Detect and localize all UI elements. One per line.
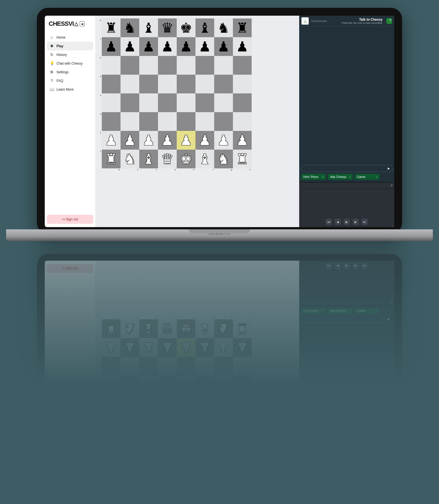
square-a2[interactable]: ♟ [102,131,121,150]
piece-wp[interactable]: ♟ [199,341,211,355]
square-e7[interactable]: ♟ [177,37,195,56]
square-e5[interactable] [177,394,195,413]
moves-next[interactable]: ▶ [353,219,359,225]
piece-bk[interactable]: ♚ [180,453,192,467]
square-h5[interactable] [233,75,252,93]
piece-wp[interactable]: ♟ [161,341,174,355]
square-c7[interactable]: ♟ [139,432,158,451]
nav-history[interactable]: ↻History [47,50,93,59]
square-g4[interactable] [214,376,233,394]
piece-bp[interactable]: ♟ [180,434,192,448]
square-g3[interactable] [214,357,233,376]
piece-bp[interactable]: ♟ [161,40,174,54]
nav-chat[interactable]: 💡Chat with Chessy [47,420,93,429]
square-d4[interactable] [158,93,177,112]
square-d5[interactable] [158,394,177,413]
square-g1[interactable]: ♞ [214,319,233,338]
piece-wr[interactable]: ♜ [105,322,117,336]
piece-wq[interactable]: ♛ [161,152,174,166]
square-a7[interactable]: ♟ [102,432,121,451]
piece-bb[interactable]: ♝ [199,453,211,467]
square-a2[interactable]: ♟ [102,338,121,357]
piece-bn[interactable]: ♞ [217,453,230,467]
square-e8[interactable]: ♚ [177,18,195,37]
square-b1[interactable]: ♞ [121,150,139,168]
square-c6[interactable] [139,413,158,432]
piece-wp[interactable]: ♟ [105,133,117,147]
piece-wp[interactable]: ♟ [199,133,211,147]
nav-play[interactable]: ✚Play [47,42,93,50]
square-b6[interactable] [121,413,139,432]
square-e3[interactable] [177,357,195,376]
square-d2[interactable]: ♟ [158,338,177,357]
piece-bp[interactable]: ♟ [217,40,230,54]
nav-learn[interactable]: 📖Learn More [47,85,93,94]
square-h1[interactable]: ♜ [233,150,252,168]
moves-next[interactable]: ▶ [353,263,359,269]
hint-piece[interactable]: Hint: Piece› [301,308,326,314]
square-d1[interactable]: ♛ [158,319,177,338]
piece-br[interactable]: ♜ [236,21,249,35]
square-h2[interactable]: ♟ [233,131,252,150]
hint-ask[interactable]: Ask Chessy› [328,308,353,314]
piece-bp[interactable]: ♟ [236,40,249,54]
square-d8[interactable]: ♛ [158,451,177,469]
square-g7[interactable]: ♟ [214,432,233,451]
square-h7[interactable]: ♟ [233,432,252,451]
piece-wp[interactable]: ♟ [236,341,249,355]
square-h5[interactable] [233,394,252,413]
piece-bp[interactable]: ♟ [217,434,230,448]
square-e3[interactable] [177,112,195,131]
moves-prev[interactable]: ◀ [335,263,341,269]
square-c3[interactable] [139,357,158,376]
square-f8[interactable]: ♝ [195,451,214,469]
square-e6[interactable] [177,413,195,432]
square-d6[interactable] [158,413,177,432]
piece-wb[interactable]: ♝ [142,152,155,166]
piece-bp[interactable]: ♟ [236,434,249,448]
square-h6[interactable] [233,413,252,432]
piece-wn[interactable]: ♞ [217,152,230,166]
piece-bp[interactable]: ♟ [124,434,136,448]
piece-bq[interactable]: ♛ [161,453,174,467]
square-h7[interactable]: ♟ [233,37,252,56]
square-a5[interactable] [102,75,121,93]
square-e5[interactable] [177,75,195,93]
piece-wp[interactable]: ♟ [217,341,230,355]
piece-br[interactable]: ♜ [105,453,117,467]
moves-last[interactable]: ⏭ [362,263,368,269]
square-d7[interactable]: ♟ [158,37,177,56]
piece-wp[interactable]: ♟ [142,133,155,147]
square-b5[interactable] [121,394,139,413]
nav-learn[interactable]: 📖Learn More [47,394,93,403]
square-f2[interactable]: ♟ [195,338,214,357]
piece-wp[interactable]: ♟ [142,341,155,355]
square-d4[interactable] [158,376,177,394]
square-a3[interactable] [102,112,121,131]
nav-history[interactable]: ↻History [47,429,93,437]
piece-wp[interactable]: ♟ [180,341,192,355]
square-f3[interactable] [195,357,214,376]
square-f7[interactable]: ♟ [195,37,214,56]
mic-button[interactable]: 🎤 [386,18,392,24]
moves-first[interactable]: ⏮ [326,219,332,225]
square-b3[interactable] [121,357,139,376]
square-h1[interactable]: ♜ [233,319,252,338]
square-a6[interactable] [102,413,121,432]
square-h6[interactable] [233,56,252,75]
square-c2[interactable]: ♟ [139,131,158,150]
nav-play[interactable]: ✚Play [47,437,93,446]
square-g6[interactable] [214,56,233,75]
piece-wb[interactable]: ♝ [142,322,155,336]
square-f2[interactable]: ♟ [195,131,214,150]
moves-last[interactable]: ⏭ [362,219,368,225]
square-b6[interactable] [121,56,139,75]
square-f8[interactable]: ♝ [195,18,214,37]
hint-piece[interactable]: Hint: Piece› [301,174,326,180]
piece-bn[interactable]: ♞ [124,21,136,35]
square-g5[interactable] [214,394,233,413]
square-g6[interactable] [214,413,233,432]
nav-home[interactable]: ⌂Home [47,33,93,42]
piece-bk[interactable]: ♚ [180,21,192,35]
square-b4[interactable] [121,376,139,394]
